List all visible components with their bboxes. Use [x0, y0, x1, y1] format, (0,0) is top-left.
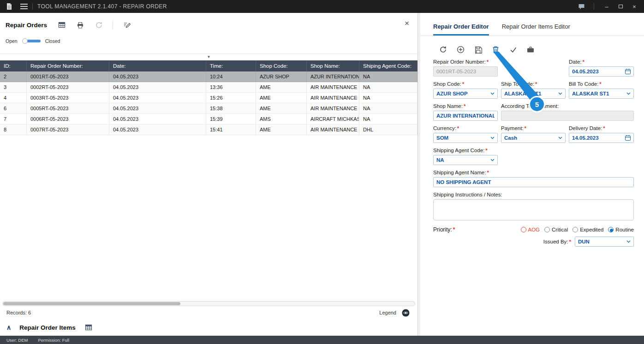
menu-hamburger-icon[interactable] — [20, 2, 28, 11]
chevron-down-icon — [626, 92, 631, 95]
column-header-shipping-agent-code[interactable]: Shiping Agent Code: — [359, 60, 417, 71]
field-ship-to-code: Ship To Code:* ALASKAR ST1 — [501, 81, 566, 99]
according-to-document-input[interactable] — [501, 111, 634, 121]
date-input[interactable]: 04.05.2023 — [569, 66, 634, 77]
cell-repair-order-number: 0003RT-05-2023 — [27, 93, 109, 103]
field-label: Bill To Code: — [569, 81, 598, 87]
grid-filter-collapse-handle[interactable]: ▾ — [0, 53, 417, 60]
radio-circle-icon — [572, 227, 578, 232]
scrollbar-thumb[interactable] — [3, 302, 180, 305]
chevron-down-icon — [626, 240, 631, 243]
field-label: Date: — [569, 59, 582, 65]
collapse-chevron-icon[interactable]: ∧ — [6, 324, 11, 331]
shop-code-dropdown[interactable]: AZUR SHOP — [433, 89, 498, 99]
tab-repair-order-items-editor[interactable]: Repair Order Items Editor — [502, 23, 570, 36]
validate-check-icon[interactable] — [509, 45, 517, 53]
field-label: Currency: — [433, 125, 456, 131]
cell-date: 04.05.2023 — [109, 71, 206, 82]
cell-repair-order-number: 0007RT-05-2023 — [27, 125, 109, 135]
briefcase-icon[interactable] — [526, 45, 535, 53]
restore-button[interactable] — [614, 1, 626, 12]
column-header-id[interactable]: ID: — [0, 60, 27, 71]
priority-radio-routine[interactable]: Routine — [608, 227, 634, 232]
legend-label: Legend — [379, 310, 396, 315]
priority-radio-aog[interactable]: AOG — [521, 227, 540, 232]
grid-layout-icon[interactable] — [57, 20, 66, 30]
cell-date: 04.05.2023 — [109, 82, 206, 93]
feedback-bubble-icon[interactable] — [575, 1, 587, 12]
save-icon[interactable] — [474, 45, 482, 53]
cell-date: 04.05.2023 — [109, 103, 206, 114]
required-asterisk: * — [464, 103, 465, 109]
column-header-shop-code[interactable]: Shop Code: — [256, 60, 307, 71]
column-header-repair-order-number[interactable]: Repair Order Number: — [27, 60, 109, 71]
horizontal-scrollbar[interactable] — [2, 301, 415, 306]
repair-order-number-input[interactable] — [433, 66, 498, 77]
issued-by-dropdown[interactable]: DUN — [575, 237, 634, 247]
priority-radio-expedited[interactable]: Expedited — [572, 227, 603, 232]
table-row[interactable]: 7 0006RT-05-2023 04.05.2023 15:39 AMS AI… — [0, 114, 417, 125]
shop-name-input[interactable] — [433, 111, 498, 121]
currency-dropdown[interactable]: SOM — [433, 133, 498, 143]
print-icon[interactable] — [76, 20, 85, 30]
toolbar-separator — [113, 21, 113, 29]
panel-close-icon[interactable]: × — [405, 19, 409, 27]
required-asterisk: * — [569, 239, 571, 244]
chevron-down-icon — [558, 92, 562, 95]
required-asterisk: * — [603, 125, 605, 131]
open-closed-toggle[interactable] — [22, 38, 41, 44]
required-asterisk: * — [485, 148, 487, 153]
cell-time: 15:41 — [206, 125, 256, 135]
cell-shipping-agent-code: NA — [359, 103, 417, 114]
cell-shop-name: AIR MAINTENANCE E... — [307, 93, 359, 103]
column-header-time[interactable]: Time: — [206, 60, 256, 71]
status-permission: Permission: Full — [38, 338, 69, 343]
calendar-icon[interactable] — [625, 135, 631, 141]
delivery-date-input[interactable]: 14.05.2023 — [569, 133, 634, 143]
payment-dropdown[interactable]: Cash — [501, 133, 566, 143]
field-label: Shipping Agent Name: — [433, 170, 486, 175]
priority-radio-critical[interactable]: Critical — [544, 227, 568, 232]
add-new-icon[interactable] — [456, 45, 465, 53]
shipping-agent-code-dropdown[interactable]: NA — [433, 155, 498, 165]
legend-eye-icon[interactable] — [401, 308, 410, 317]
table-row[interactable]: 2 0001RT-05-2023 04.05.2023 10:24 AZUR S… — [0, 71, 417, 82]
items-grid-icon[interactable] — [84, 323, 93, 332]
field-label: Issued By: — [543, 239, 568, 244]
panel-title: Repair Orders — [6, 22, 47, 29]
radio-circle-icon — [544, 227, 550, 232]
column-header-date[interactable]: Date: — [109, 60, 206, 71]
field-shipping-agent-code: Shipping Agent Code:* NA — [433, 148, 498, 165]
delete-trash-icon[interactable] — [491, 45, 500, 53]
field-label: Shipping Instructions / Notes: — [433, 192, 502, 197]
cell-shop-code: AME — [256, 82, 307, 93]
cell-time: 15:39 — [206, 114, 256, 125]
column-header-shop-name[interactable]: Shop Name: — [307, 60, 359, 71]
close-button[interactable]: × — [628, 1, 640, 12]
field-payment: Payment:* Cash — [501, 125, 566, 143]
refresh-icon[interactable] — [439, 45, 447, 53]
calendar-icon[interactable] — [625, 69, 631, 74]
ship-to-code-dropdown[interactable]: ALASKAR ST1 — [501, 89, 566, 99]
bill-to-code-dropdown[interactable]: ALASKAR ST1 — [569, 89, 634, 99]
tab-repair-order-editor[interactable]: Repair Order Editor — [433, 23, 489, 36]
required-asterisk: * — [487, 59, 489, 65]
cell-shipping-agent-code: NA — [359, 93, 417, 103]
refresh-icon[interactable] — [94, 20, 103, 30]
minimize-button[interactable]: – — [601, 1, 613, 12]
cell-shipping-agent-code: NA — [359, 71, 417, 82]
table-row[interactable]: 3 0002RT-05-2023 04.05.2023 13:36 AME AI… — [0, 82, 417, 93]
table-row[interactable]: 8 0007RT-05-2023 04.05.2023 15:41 AME AI… — [0, 125, 417, 135]
edit-icon[interactable] — [122, 20, 131, 30]
required-asterisk: * — [599, 81, 601, 87]
table-row[interactable]: 4 0003RT-05-2023 04.05.2023 15:26 AME AI… — [0, 93, 417, 103]
field-label: Shipping Agent Code: — [433, 148, 484, 153]
grid-body: 2 0001RT-05-2023 04.05.2023 10:24 AZUR S… — [0, 71, 417, 135]
cell-id: 8 — [0, 125, 27, 135]
shipping-notes-textarea[interactable] — [433, 199, 634, 220]
shipping-agent-name-input[interactable] — [433, 177, 634, 187]
table-row[interactable]: 6 0005RT-05-2023 04.05.2023 15:38 AME AI… — [0, 103, 417, 114]
field-label: Priority: — [433, 226, 452, 233]
repair-order-editor-panel: Repair Order Editor Repair Order Items E… — [420, 13, 644, 336]
grid-header-row: ID: Repair Order Number: Date: Time: Sho… — [0, 60, 417, 71]
